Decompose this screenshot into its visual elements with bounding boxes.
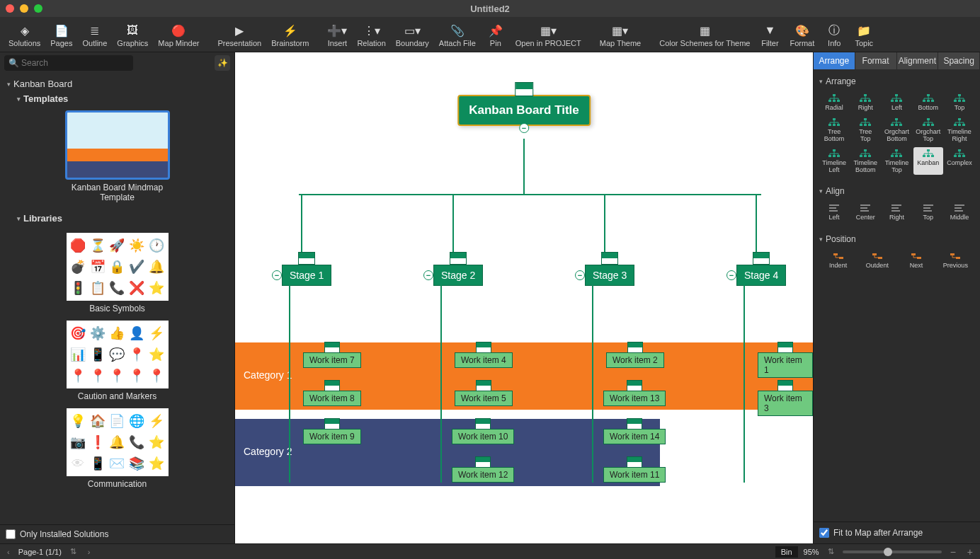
arrange-orgchart-bottom[interactable]: OrgchartBottom (882, 116, 911, 144)
arrange-timeline-top[interactable]: TimelineTop (882, 147, 911, 175)
templates-node[interactable]: ▾ Templates (4, 91, 230, 106)
arrange-right[interactable]: Right (850, 92, 880, 113)
toolbar-outline[interactable]: ≣Outline (78, 22, 111, 49)
arrange-section-title[interactable]: ▾ Arrange (819, 74, 974, 89)
toolbar-format[interactable]: 🎨Format (785, 22, 819, 49)
zoom-out-button[interactable]: − (947, 546, 959, 558)
position-next[interactable]: Next (898, 250, 935, 271)
arrange-top[interactable]: Top (945, 92, 974, 113)
arrange-timeline-right[interactable]: TimelineRight (945, 116, 974, 144)
tab-arrange[interactable]: Arrange (814, 52, 855, 69)
align-left[interactable]: Left (819, 202, 849, 223)
work-item-node[interactable]: Work item 7 (303, 352, 361, 368)
toolbar-presentation[interactable]: ▶Presentation (213, 22, 266, 49)
arrange-tree-bottom[interactable]: TreeBottom (819, 116, 849, 144)
position-section-title[interactable]: ▾ Position (819, 231, 974, 247)
library-communication[interactable]: 💡🏠📄🌐⚡📷❗🔔📞⭐👁📱✉️📚⭐Communication (67, 408, 169, 489)
tab-spacing[interactable]: Spacing (938, 52, 980, 69)
template-thumb[interactable]: Kanban Board Mindmap Template (65, 110, 170, 202)
stage-node[interactable]: −Stage 1 (282, 265, 331, 286)
next-page-button[interactable]: › (85, 548, 93, 556)
work-item-node[interactable]: Work item 4 (455, 352, 513, 368)
toolbar-info[interactable]: ⓘInfo (820, 22, 848, 49)
position-indent[interactable]: Indent (819, 250, 857, 271)
zoom-stepper[interactable]: ⇅ (825, 547, 837, 556)
stage-node[interactable]: −Stage 4 (736, 265, 786, 286)
work-item-node[interactable]: Work item 14 (603, 429, 666, 444)
canvas[interactable]: Category 1 Category 2 Kanban Board Title… (235, 52, 813, 543)
arrange-orgchart-top[interactable]: OrgchartTop (913, 116, 943, 144)
align-section-title[interactable]: ▾ Align (819, 183, 974, 199)
work-item-node[interactable]: Work item 9 (303, 429, 361, 444)
tab-alignment[interactable]: Alignment (897, 52, 939, 69)
toolbar-pin[interactable]: 📌Pin (482, 22, 510, 49)
title-node[interactable]: Kanban Board Title − (457, 95, 591, 126)
toolbar-relation[interactable]: ⋮▾Relation (353, 22, 389, 49)
attach-file-icon: 📎 (449, 23, 466, 38)
collapse-button[interactable]: − (519, 123, 529, 133)
stage-node[interactable]: −Stage 2 (433, 265, 483, 286)
toolbar-open-in-project[interactable]: ▦▾Open in PROJECT (511, 22, 586, 49)
magic-wand-button[interactable]: ✨ (215, 55, 230, 71)
prev-page-button[interactable]: ‹ (4, 548, 13, 556)
position-outdent[interactable]: Outdent (858, 250, 896, 271)
work-item-node[interactable]: Work item 8 (303, 391, 361, 406)
page-stepper[interactable]: ⇅ (67, 547, 79, 556)
collapse-button[interactable]: − (727, 270, 736, 280)
toolbar-insert[interactable]: ➕▾Insert (323, 22, 351, 49)
toolbar-graphics[interactable]: 🖼Graphics (113, 22, 152, 49)
maximize-window-button[interactable] (34, 4, 42, 13)
position-previous[interactable]: Previous (937, 250, 974, 271)
page-indicator[interactable]: Page-1 (1/1) (18, 548, 62, 556)
arrange-tree-top[interactable]: TreeTop (850, 116, 880, 144)
collapse-button[interactable]: − (272, 270, 282, 280)
toolbar-map-theme[interactable]: ▦▾Map Theme (596, 22, 646, 49)
zoom-slider[interactable] (843, 551, 942, 553)
align-center[interactable]: Center (850, 202, 880, 223)
align-middle[interactable]: Middle (945, 202, 974, 223)
minimize-window-button[interactable] (20, 4, 28, 13)
library-caution-and-markers[interactable]: 🎯⚙️👍👤⚡📊📱💬📍⭐📍📍📍📍📍Caution and Markers (67, 321, 169, 401)
toolbar-brainstorm[interactable]: ⚡Brainstorm (267, 22, 313, 49)
toolbar-filter[interactable]: ▼Filter (756, 22, 784, 49)
library-icon: 📞 (108, 278, 127, 298)
arrange-timeline-bottom[interactable]: TimelineBottom (850, 147, 880, 175)
toolbar-topic[interactable]: 📁Topic (850, 22, 878, 49)
tab-format[interactable]: Format (855, 52, 897, 69)
toolbar-boundary[interactable]: ▭▾Boundary (392, 22, 433, 49)
toolbar-color-schemes-for-theme[interactable]: ▦Color Schemes for Theme (655, 22, 754, 49)
only-installed-checkbox[interactable] (6, 529, 16, 539)
arrange-radial[interactable]: Radial (819, 92, 849, 113)
align-top[interactable]: Top (913, 202, 943, 223)
arrange-bottom[interactable]: Bottom (913, 92, 943, 113)
work-item-node[interactable]: Work item 3 (758, 391, 813, 416)
tree-root[interactable]: ▾ Kanban Board (4, 76, 230, 91)
stage-node[interactable]: −Stage 3 (585, 265, 634, 286)
arrange-left[interactable]: Left (882, 92, 911, 113)
zoom-in-button[interactable]: + (964, 546, 976, 558)
zoom-slider-thumb[interactable] (884, 548, 892, 556)
collapse-button[interactable]: − (575, 270, 585, 280)
search-input[interactable] (4, 55, 133, 71)
close-window-button[interactable] (6, 4, 14, 13)
libraries-node[interactable]: ▾ Libraries (4, 211, 230, 226)
align-right[interactable]: Right (882, 202, 911, 223)
work-item-node[interactable]: Work item 5 (455, 391, 513, 406)
work-item-node[interactable]: Work item 10 (452, 429, 514, 444)
work-item-node[interactable]: Work item 2 (606, 352, 664, 368)
work-item-node[interactable]: Work item 12 (452, 467, 514, 483)
library-basic-symbols[interactable]: 🛑⏳🚀☀️🕐💣📅🔒✔️🔔🚦📋📞❌⭐Basic Symbols (67, 233, 169, 313)
fit-to-map-checkbox[interactable] (819, 528, 829, 538)
toolbar-pages[interactable]: 📄Pages (46, 22, 76, 49)
arrange-complex[interactable]: Complex (945, 147, 974, 175)
collapse-button[interactable]: − (423, 270, 433, 280)
arrange-kanban[interactable]: Kanban (913, 147, 943, 175)
arrange-timeline-left[interactable]: TimelineLeft (819, 147, 849, 175)
toolbar-map-minder[interactable]: 🔴Map Minder (154, 22, 203, 49)
bin-button[interactable]: Bin (775, 546, 798, 558)
work-item-node[interactable]: Work item 13 (603, 391, 666, 406)
work-item-node[interactable]: Work item 11 (603, 467, 666, 483)
toolbar-solutions[interactable]: ◈Solutions (4, 22, 45, 49)
work-item-node[interactable]: Work item 1 (758, 352, 813, 378)
toolbar-attach-file[interactable]: 📎Attach File (435, 22, 480, 49)
